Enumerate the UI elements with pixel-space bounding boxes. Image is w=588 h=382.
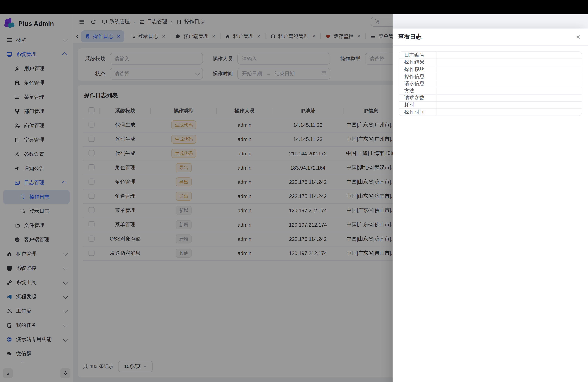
detail-label: 操作时间 bbox=[399, 109, 437, 116]
modal-mask[interactable] bbox=[0, 14, 393, 382]
detail-label: 日志编号 bbox=[399, 52, 437, 59]
detail-row-操作时间: 操作时间 bbox=[399, 109, 582, 116]
drawer-title: 查看日志 bbox=[398, 33, 421, 41]
view-log-drawer: 查看日志 ✕ 日志编号操作结果操作模块操作信息请求信息方法请求参数耗时操作时间 bbox=[393, 28, 588, 382]
detail-row-请求参数: 请求参数 bbox=[399, 95, 582, 102]
drawer-header: 查看日志 ✕ bbox=[393, 28, 588, 46]
screen: Plus Admin 概览系统管理用户管理角色管理菜单管理部门管理岗位管理字典管… bbox=[0, 0, 588, 382]
detail-row-操作结果: 操作结果 bbox=[399, 59, 582, 66]
detail-row-操作信息: 操作信息 bbox=[399, 73, 582, 80]
detail-label: 操作信息 bbox=[399, 73, 437, 80]
log-detail-table: 日志编号操作结果操作模块操作信息请求信息方法请求参数耗时操作时间 bbox=[399, 51, 582, 116]
detail-row-耗时: 耗时 bbox=[399, 102, 582, 109]
app-window: Plus Admin 概览系统管理用户管理角色管理菜单管理部门管理岗位管理字典管… bbox=[0, 14, 588, 382]
detail-label: 请求参数 bbox=[399, 95, 437, 101]
detail-row-方法: 方法 bbox=[399, 87, 582, 95]
close-icon[interactable]: ✕ bbox=[574, 34, 582, 40]
drawer-body: 日志编号操作结果操作模块操作信息请求信息方法请求参数耗时操作时间 bbox=[393, 46, 588, 122]
detail-label: 请求信息 bbox=[399, 80, 437, 87]
detail-row-操作模块: 操作模块 bbox=[399, 66, 582, 73]
detail-label: 操作模块 bbox=[399, 66, 437, 73]
detail-label: 耗时 bbox=[399, 102, 437, 108]
top-black-strip bbox=[0, 0, 588, 14]
detail-label: 操作结果 bbox=[399, 59, 437, 65]
detail-row-请求信息: 请求信息 bbox=[399, 80, 582, 87]
detail-label: 方法 bbox=[399, 87, 437, 94]
detail-row-日志编号: 日志编号 bbox=[399, 52, 582, 59]
